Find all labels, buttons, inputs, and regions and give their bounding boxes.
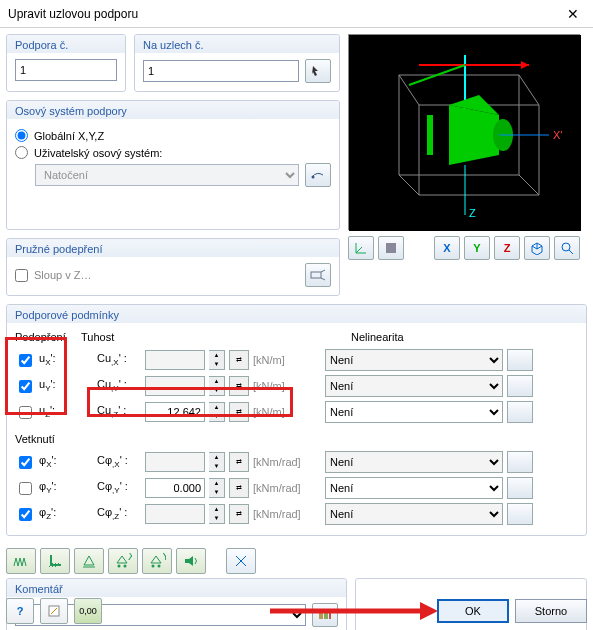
- support-no-label: Podpora č.: [7, 35, 125, 53]
- support-check[interactable]: [19, 406, 32, 419]
- view-iso-icon[interactable]: [524, 236, 550, 260]
- svg-text:X: X: [128, 553, 132, 562]
- on-nodes-label: Na uzlech č.: [135, 35, 339, 53]
- sec-stiff-label: Tuhost: [81, 331, 281, 343]
- stiff-input[interactable]: [145, 478, 205, 498]
- support-label: uY':: [39, 378, 77, 393]
- stiff-unit-btn[interactable]: ⇄: [229, 350, 249, 370]
- support-check[interactable]: [19, 354, 32, 367]
- svg-marker-18: [84, 556, 94, 565]
- stiff-unit-btn[interactable]: ⇄: [229, 452, 249, 472]
- spring-column-checkbox[interactable]: [15, 269, 28, 282]
- spring-column-label: Sloup v Z…: [34, 269, 91, 281]
- ok-button[interactable]: OK: [437, 599, 509, 623]
- titlebar: Upravit uzlovou podporu ✕: [0, 0, 593, 28]
- svg-point-16: [562, 243, 570, 251]
- nonlinearity-edit-icon[interactable]: [507, 375, 533, 397]
- svg-line-17: [569, 250, 573, 254]
- fix-check[interactable]: [19, 508, 32, 521]
- preset-spring-icon[interactable]: [6, 548, 36, 574]
- stiff-spinner[interactable]: ▲▼: [209, 478, 225, 498]
- support-row: uZ': Cu,Z' :▲▼⇄[kN/m]Není: [15, 399, 578, 425]
- support-label: uX':: [39, 352, 77, 367]
- stiff-input: [145, 504, 205, 524]
- fix-check[interactable]: [19, 456, 32, 469]
- conditions-label: Podporové podmínky: [7, 305, 586, 323]
- nonlinearity-edit-icon[interactable]: [507, 477, 533, 499]
- pick-node-icon[interactable]: [305, 59, 331, 83]
- nonlinearity-edit-icon[interactable]: [507, 451, 533, 473]
- nonlinearity-select[interactable]: Není: [325, 401, 503, 423]
- stiff-label: Cφ,Y' :: [97, 480, 141, 495]
- svg-marker-7: [449, 105, 499, 165]
- view-z-icon[interactable]: Z: [494, 236, 520, 260]
- view-y-icon[interactable]: Y: [464, 236, 490, 260]
- stiff-input: [145, 452, 205, 472]
- preset-fixed-icon[interactable]: [40, 548, 70, 574]
- stiff-unit-btn[interactable]: ⇄: [229, 478, 249, 498]
- svg-rect-15: [386, 243, 396, 253]
- stiff-unit: [kNm/rad]: [253, 508, 309, 520]
- nonlinearity-edit-icon[interactable]: [507, 401, 533, 423]
- units-icon[interactable]: 0,00: [74, 598, 102, 624]
- radio-global[interactable]: Globální X,Y,Z: [15, 129, 331, 142]
- support-label: uZ':: [39, 404, 77, 419]
- nonlinearity-edit-icon[interactable]: [507, 503, 533, 525]
- spring-edit-icon[interactable]: [305, 263, 331, 287]
- stiff-unit: [kN/m]: [253, 406, 309, 418]
- radio-user-input[interactable]: [15, 146, 28, 159]
- preset-pinned-icon[interactable]: [74, 548, 104, 574]
- svg-point-25: [152, 565, 155, 568]
- nonlinearity-edit-icon[interactable]: [507, 349, 533, 371]
- sec-fix-label: Vetknutí: [15, 433, 55, 445]
- nonlinearity-select[interactable]: Není: [325, 477, 503, 499]
- svg-point-21: [118, 565, 121, 568]
- svg-text:Z: Z: [469, 207, 476, 219]
- stiff-unit-btn[interactable]: ⇄: [229, 504, 249, 524]
- support-check[interactable]: [19, 380, 32, 393]
- help-icon[interactable]: ?: [6, 598, 34, 624]
- preset-cross-icon[interactable]: [226, 548, 256, 574]
- svg-text:X': X': [553, 129, 562, 141]
- svg-marker-20: [117, 556, 127, 563]
- stiff-spinner[interactable]: ▲▼: [209, 402, 225, 422]
- close-icon[interactable]: ✕: [561, 2, 585, 26]
- stiff-unit-btn[interactable]: ⇄: [229, 376, 249, 396]
- view-axes-icon[interactable]: [348, 236, 374, 260]
- view-grid-icon[interactable]: [378, 236, 404, 260]
- edit-icon[interactable]: [40, 598, 68, 624]
- preset-roller-x-icon[interactable]: X: [108, 548, 138, 574]
- stiff-unit: [kNm/rad]: [253, 456, 309, 468]
- view-x-icon[interactable]: X: [434, 236, 460, 260]
- svg-point-22: [124, 565, 127, 568]
- svg-marker-28: [185, 556, 193, 566]
- sec-nlin-label: Nelinearita: [351, 331, 404, 343]
- stiff-input: [145, 350, 205, 370]
- preset-sound-icon[interactable]: [176, 548, 206, 574]
- nonlinearity-select: Není: [325, 451, 503, 473]
- stiff-spinner: ▲▼: [209, 504, 225, 524]
- fix-check[interactable]: [19, 482, 32, 495]
- stiff-unit: [kN/m]: [253, 354, 309, 366]
- stiff-spinner: ▲▼: [209, 350, 225, 370]
- preview-3d[interactable]: X' Z: [348, 34, 580, 230]
- svg-marker-24: [151, 556, 161, 563]
- stiff-unit: [kNm/rad]: [253, 482, 309, 494]
- rotation-edit-icon[interactable]: [305, 163, 331, 187]
- support-row: uY': Cu,Y' :▲▼⇄[kN/m]Není: [15, 373, 578, 399]
- spring-column-check[interactable]: Sloup v Z…: [15, 269, 91, 282]
- radio-user-label: Uživatelský osový systém:: [34, 147, 162, 159]
- stiff-label: Cu,X' :: [97, 352, 141, 367]
- nonlinearity-select: Není: [325, 349, 503, 371]
- view-zoom-icon[interactable]: [554, 236, 580, 260]
- svg-point-0: [312, 176, 315, 179]
- radio-global-input[interactable]: [15, 129, 28, 142]
- radio-user[interactable]: Uživatelský osový systém:: [15, 146, 331, 159]
- preset-roller-y-icon[interactable]: Y: [142, 548, 172, 574]
- axis-system-label: Osový systém podpory: [7, 101, 339, 119]
- support-no-input[interactable]: [15, 59, 117, 81]
- stiff-input[interactable]: [145, 402, 205, 422]
- cancel-button[interactable]: Storno: [515, 599, 587, 623]
- on-nodes-input[interactable]: [143, 60, 299, 82]
- stiff-unit-btn[interactable]: ⇄: [229, 402, 249, 422]
